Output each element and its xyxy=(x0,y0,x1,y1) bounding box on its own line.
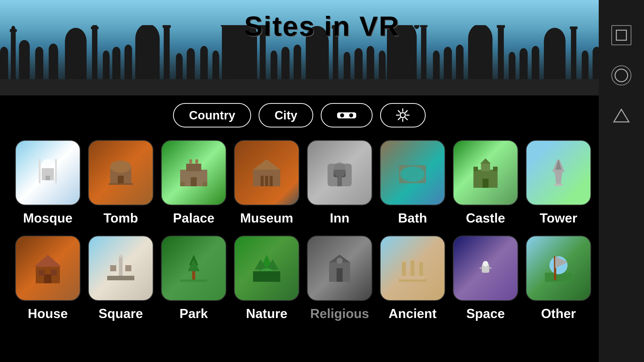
svg-point-107 xyxy=(340,113,344,117)
svg-rect-157 xyxy=(44,274,52,283)
svg-point-74 xyxy=(433,51,439,59)
category-other[interactable]: Other xyxy=(526,236,591,321)
svg-rect-159 xyxy=(51,270,57,276)
svg-rect-148 xyxy=(473,167,478,171)
svg-rect-91 xyxy=(571,28,577,79)
svg-rect-137 xyxy=(261,176,264,186)
palace-label: Palace xyxy=(173,210,215,225)
svg-point-65 xyxy=(379,51,385,59)
svg-point-176 xyxy=(337,258,343,264)
other-label: Other xyxy=(541,306,576,321)
category-park[interactable]: Park xyxy=(161,236,226,321)
category-space[interactable]: Space xyxy=(453,236,518,321)
inn-icon xyxy=(307,140,372,205)
religious-icon xyxy=(307,236,372,301)
svg-point-50 xyxy=(281,47,290,58)
country-button[interactable]: Country xyxy=(173,103,251,127)
app-title: Sites in VR xyxy=(244,10,400,42)
svg-point-88 xyxy=(532,46,539,56)
svg-point-110 xyxy=(400,113,405,118)
svg-rect-81 xyxy=(498,27,504,79)
category-ancient[interactable]: Ancient xyxy=(380,236,445,321)
svg-point-8 xyxy=(19,40,30,54)
mosque-icon xyxy=(15,140,80,205)
svg-rect-142 xyxy=(337,177,342,186)
svg-rect-18 xyxy=(94,25,96,26)
palace-icon xyxy=(161,140,226,205)
svg-rect-129 xyxy=(186,164,201,171)
svg-rect-41 xyxy=(222,25,228,79)
category-tower[interactable]: Tower xyxy=(526,140,591,225)
category-square[interactable]: Square xyxy=(88,236,153,321)
svg-rect-161 xyxy=(119,256,123,276)
svg-point-78 xyxy=(456,45,463,55)
svg-point-154 xyxy=(554,184,563,186)
settings-button[interactable] xyxy=(380,103,426,127)
svg-point-84 xyxy=(509,52,515,61)
svg-rect-160 xyxy=(107,276,134,280)
svg-rect-131 xyxy=(195,159,198,164)
right-sidebar xyxy=(599,0,644,362)
svg-rect-181 xyxy=(419,262,423,276)
park-label: Park xyxy=(180,306,208,321)
nav-row: Country City xyxy=(10,103,589,127)
square-label: Square xyxy=(99,306,143,321)
svg-rect-0 xyxy=(0,79,644,96)
svg-point-108 xyxy=(349,113,353,117)
svg-rect-191 xyxy=(479,267,482,269)
category-nature[interactable]: Nature xyxy=(234,236,299,321)
svg-point-63 xyxy=(367,46,374,56)
category-inn[interactable]: Inn xyxy=(307,140,372,225)
gear-icon xyxy=(396,108,410,122)
category-tomb[interactable]: Tomb xyxy=(88,140,153,225)
svg-marker-156 xyxy=(34,255,61,267)
svg-point-12 xyxy=(49,43,58,55)
square-button[interactable] xyxy=(611,25,631,45)
svg-rect-192 xyxy=(489,267,492,269)
svg-rect-169 xyxy=(253,271,280,282)
main-content: Country City xyxy=(0,96,599,329)
city-button[interactable]: City xyxy=(259,103,313,127)
svg-point-24 xyxy=(125,45,132,55)
svg-rect-164 xyxy=(125,265,131,271)
svg-rect-27 xyxy=(164,27,170,79)
category-house[interactable]: House xyxy=(15,236,80,321)
svg-point-80 xyxy=(468,25,493,54)
tomb-label: Tomb xyxy=(103,210,138,225)
triangle-button[interactable] xyxy=(611,106,631,126)
vr-button[interactable] xyxy=(321,103,373,127)
svg-rect-134 xyxy=(203,182,207,186)
svg-point-76 xyxy=(444,47,452,58)
square-icon xyxy=(615,29,628,41)
inn-label: Inn xyxy=(330,210,349,225)
svg-line-116 xyxy=(405,118,407,120)
svg-marker-136 xyxy=(253,159,280,170)
svg-rect-190 xyxy=(482,267,489,273)
square-icon xyxy=(88,236,153,301)
svg-rect-175 xyxy=(337,268,343,282)
triangle-icon xyxy=(613,108,630,123)
category-castle[interactable]: Castle xyxy=(453,140,518,225)
category-mosque[interactable]: Mosque xyxy=(15,140,80,225)
house-icon xyxy=(15,236,80,301)
circle-button[interactable] xyxy=(611,65,631,85)
svg-rect-15 xyxy=(92,28,98,79)
svg-line-115 xyxy=(398,111,400,113)
svg-rect-152 xyxy=(482,179,489,188)
museum-icon xyxy=(234,140,299,205)
category-bath[interactable]: Bath xyxy=(380,140,445,225)
category-museum[interactable]: Museum xyxy=(234,140,299,225)
religious-label: Religious xyxy=(310,306,369,321)
svg-rect-71 xyxy=(421,26,427,79)
svg-rect-149 xyxy=(493,167,498,171)
nature-icon xyxy=(234,236,299,301)
svg-rect-130 xyxy=(189,159,192,164)
category-palace[interactable]: Palace xyxy=(161,140,226,225)
svg-point-14 xyxy=(65,28,87,55)
tower-icon xyxy=(526,140,591,205)
category-religious[interactable]: Religious xyxy=(307,236,372,321)
svg-rect-82 xyxy=(497,25,505,28)
castle-icon xyxy=(453,140,518,205)
svg-rect-163 xyxy=(110,265,116,271)
svg-rect-138 xyxy=(265,176,268,186)
